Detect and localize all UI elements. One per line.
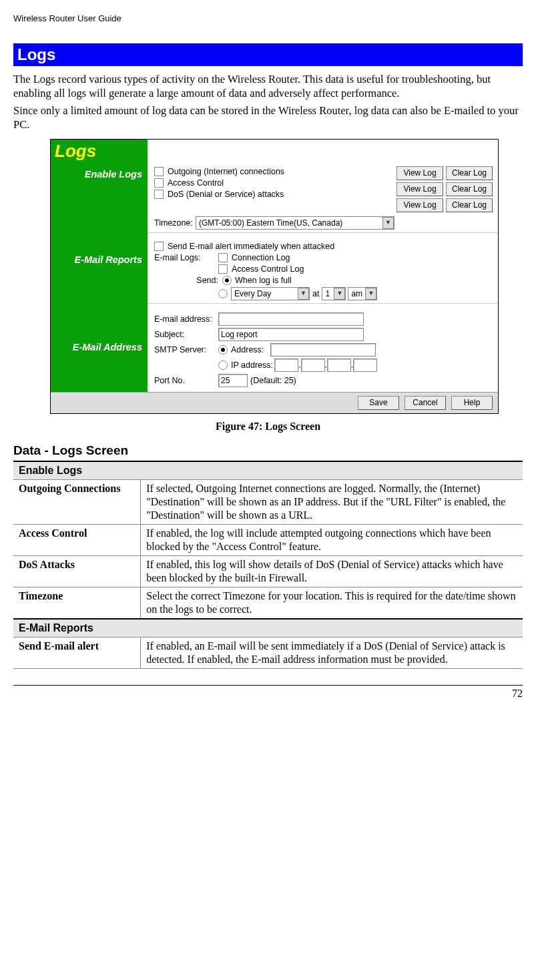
checkbox-access-log[interactable]: [218, 264, 228, 274]
cell-alert-desc: If enabled, an E-mail will be sent immed…: [141, 637, 523, 668]
page-header: Wireless Router User Guide: [13, 13, 523, 23]
dropdown-arrow-icon: ▼: [382, 217, 394, 229]
ip-input-4[interactable]: [353, 358, 377, 372]
radio-smtp-address[interactable]: [218, 345, 228, 354]
section-email-reports: E-Mail Reports: [13, 619, 523, 638]
view-log-button-1[interactable]: View Log: [396, 166, 443, 180]
cell-timezone-desc: Select the correct Timezone for your loc…: [141, 587, 523, 619]
label-access: Access Control: [168, 178, 224, 188]
dropdown-arrow-icon: ▼: [365, 288, 376, 300]
table-row: DoS Attacks If enabled, this log will sh…: [13, 555, 523, 587]
email-address-input[interactable]: [218, 312, 364, 326]
intro-paragraph-2: Since only a limited amount of log data …: [13, 104, 523, 132]
timezone-value: (GMT-05:00) Eastern Time(US, Canada): [199, 218, 342, 228]
cell-timezone-label: Timezone: [13, 587, 141, 619]
send-label: Send:: [154, 276, 222, 285]
dropdown-arrow-icon: ▼: [298, 288, 309, 300]
cell-alert-label: Send E-mail alert: [13, 637, 141, 668]
frequency-value: Every Day: [234, 289, 271, 298]
help-button[interactable]: Help: [451, 396, 493, 410]
label-conn-log: Connection Log: [232, 253, 290, 262]
subject-label: Subject:: [154, 330, 218, 339]
table-row: Send E-mail alert If enabled, an E-mail …: [13, 637, 523, 668]
timezone-label: Timezone:: [154, 218, 193, 228]
table-row: Outgoing Connections If selected, Outgoi…: [13, 479, 523, 524]
view-log-button-3[interactable]: View Log: [396, 198, 443, 212]
nav-enable-logs: Enable Logs: [51, 169, 148, 180]
label-alert: Send E-mail alert immediately when attac…: [168, 242, 334, 251]
nav-email-address: E-Mail Address: [51, 342, 148, 352]
checkbox-conn-log[interactable]: [218, 253, 228, 262]
table-row: Access Control If enabled, the log will …: [13, 524, 523, 555]
screenshot-main: Outgoing (Internet) connections Access C…: [148, 140, 498, 392]
label-dos: DoS (Denial or Service) attacks: [168, 190, 284, 199]
smtp-ip-label: IP address:: [231, 360, 273, 370]
figure-caption: Figure 47: Logs Screen: [13, 421, 523, 433]
smtp-address-input[interactable]: [270, 343, 376, 356]
cell-dos-label: DoS Attacks: [13, 555, 141, 587]
table-row: Timezone Select the correct Timezone for…: [13, 587, 523, 619]
checkbox-dos[interactable]: [154, 190, 164, 199]
subject-input[interactable]: Log report: [218, 328, 364, 341]
smtp-label: SMTP Server:: [154, 345, 218, 354]
checkbox-access[interactable]: [154, 178, 164, 188]
email-address-label: E-mail address:: [154, 314, 218, 324]
save-button[interactable]: Save: [358, 396, 399, 410]
ip-input-2[interactable]: [301, 358, 325, 372]
cancel-button[interactable]: Cancel: [405, 396, 446, 410]
port-label: Port No.: [154, 376, 218, 385]
dropdown-arrow-icon: ▼: [334, 288, 345, 300]
view-log-button-2[interactable]: View Log: [396, 182, 443, 196]
data-heading: Data - Logs Screen: [13, 443, 523, 458]
page-number: 72: [13, 685, 523, 700]
logs-screenshot: Logs Enable Logs E-Mail Reports E-Mail A…: [50, 139, 499, 414]
frequency-select[interactable]: Every Day ▼: [231, 287, 310, 300]
section-enable-logs: Enable Logs: [13, 461, 523, 480]
email-logs-label: E-mail Logs:: [154, 253, 218, 262]
screenshot-button-bar: Save Cancel Help: [51, 392, 498, 413]
hour-value: 1: [325, 289, 330, 298]
label-when-full: When log is full: [235, 276, 292, 285]
label-access-log: Access Control Log: [232, 264, 304, 274]
ip-input-3[interactable]: [327, 358, 351, 372]
clear-log-button-2[interactable]: Clear Log: [446, 182, 493, 196]
cell-outgoing-desc: If selected, Outgoing Internet connectio…: [141, 479, 523, 524]
smtp-address-label: Address:: [231, 345, 264, 354]
label-outgoing: Outgoing (Internet) connections: [168, 167, 284, 176]
ampm-value: am: [351, 289, 362, 298]
cell-dos-desc: If enabled, this log will show details o…: [141, 555, 523, 587]
cell-access-desc: If enabled, the log will include attempt…: [141, 524, 523, 555]
checkbox-outgoing[interactable]: [154, 167, 164, 176]
hour-select[interactable]: 1 ▼: [322, 287, 346, 300]
cell-outgoing-label: Outgoing Connections: [13, 479, 141, 524]
section-banner-logs: Logs: [13, 43, 523, 66]
screenshot-sidebar: Logs Enable Logs E-Mail Reports E-Mail A…: [51, 140, 148, 392]
clear-log-button-3[interactable]: Clear Log: [446, 198, 493, 212]
cell-access-label: Access Control: [13, 524, 141, 555]
radio-when-full[interactable]: [222, 276, 232, 285]
data-table: Enable Logs Outgoing Connections If sele…: [13, 461, 523, 669]
port-default-label: (Default: 25): [250, 376, 296, 385]
checkbox-alert[interactable]: [154, 242, 164, 251]
timezone-select[interactable]: (GMT-05:00) Eastern Time(US, Canada) ▼: [196, 216, 394, 230]
radio-every-day[interactable]: [218, 289, 228, 298]
port-input[interactable]: 25: [218, 374, 248, 387]
nav-email-reports: E-Mail Reports: [51, 254, 148, 265]
screenshot-title: Logs: [51, 140, 148, 165]
intro-paragraph-1: The Logs record various types of activit…: [13, 73, 523, 100]
ampm-select[interactable]: am ▼: [348, 287, 377, 300]
ip-input-1[interactable]: [274, 358, 298, 372]
radio-smtp-ip[interactable]: [218, 360, 228, 370]
clear-log-button-1[interactable]: Clear Log: [446, 166, 493, 180]
at-label: at: [312, 289, 319, 298]
